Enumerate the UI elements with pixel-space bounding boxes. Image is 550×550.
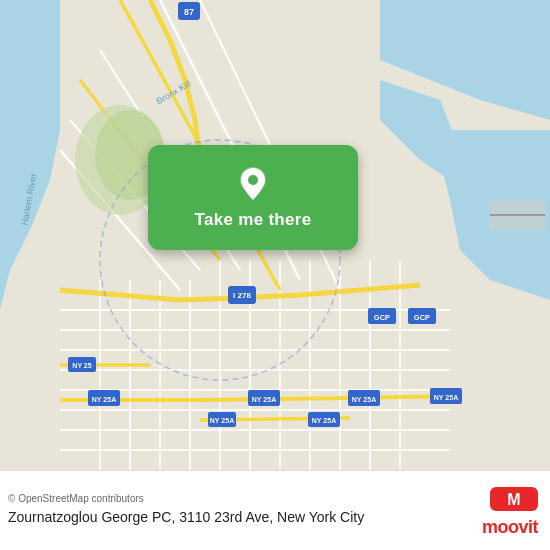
svg-text:NY 25: NY 25	[72, 362, 91, 369]
moovit-icon: M	[490, 483, 538, 515]
svg-text:NY 25A: NY 25A	[92, 396, 116, 403]
svg-text:I 278: I 278	[233, 291, 251, 300]
address-text: Zournatzoglou George PC, 3110 23rd Ave, …	[8, 508, 468, 528]
address-section: © OpenStreetMap contributors Zournatzogl…	[8, 493, 468, 528]
svg-text:NY 25A: NY 25A	[434, 394, 458, 401]
copyright-text: © OpenStreetMap contributors	[8, 493, 468, 504]
button-label: Take me there	[195, 210, 312, 230]
map-pin-icon	[235, 166, 271, 202]
svg-text:NY 25A: NY 25A	[312, 417, 336, 424]
svg-text:NY 25A: NY 25A	[210, 417, 234, 424]
moovit-text: moovit	[482, 517, 538, 538]
svg-text:87: 87	[184, 7, 194, 17]
take-me-there-button[interactable]: Take me there	[148, 145, 358, 250]
moovit-logo: M moovit	[468, 483, 538, 538]
app-container: 87 I 278 GCP GCP NY 25A NY 25A NY 25A NY…	[0, 0, 550, 550]
map-area: 87 I 278 GCP GCP NY 25A NY 25A NY 25A NY…	[0, 0, 550, 470]
svg-text:GCP: GCP	[414, 313, 430, 322]
svg-text:GCP: GCP	[374, 313, 390, 322]
bottom-bar: © OpenStreetMap contributors Zournatzogl…	[0, 470, 550, 550]
svg-text:M: M	[507, 491, 520, 508]
svg-point-63	[248, 175, 258, 185]
svg-text:NY 25A: NY 25A	[252, 396, 276, 403]
svg-text:NY 25A: NY 25A	[352, 396, 376, 403]
